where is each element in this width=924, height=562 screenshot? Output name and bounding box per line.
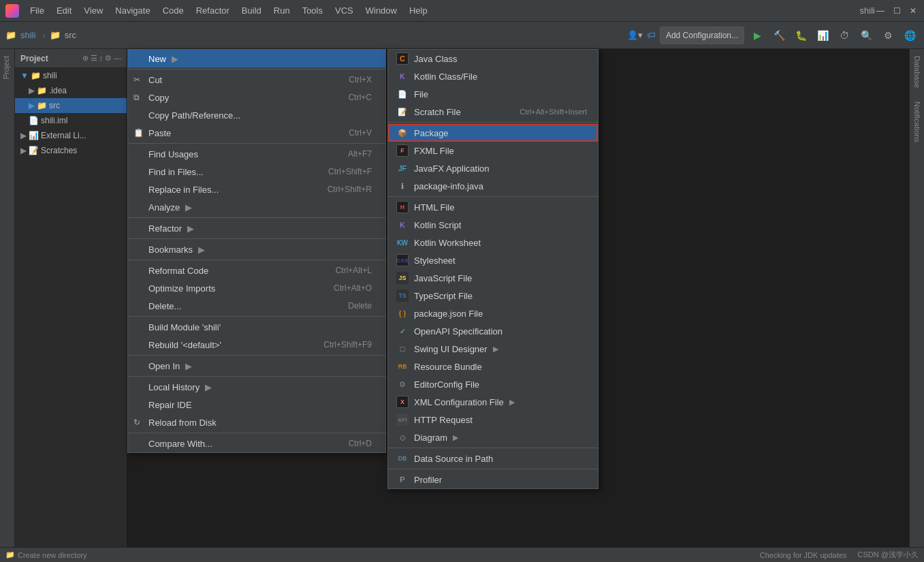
submenu-editorconfig[interactable]: ⚙ EditorConfig File [388, 375, 598, 393]
new-label: New [148, 54, 166, 64]
maximize-button[interactable]: ☐ [891, 5, 902, 16]
build-button[interactable]: 🔨 [770, 27, 788, 44]
search-button[interactable]: 🔍 [857, 27, 875, 44]
sep4 [128, 238, 385, 239]
panel-filter-btn[interactable]: ☰ [91, 54, 97, 63]
menu-window[interactable]: Window [360, 4, 402, 17]
submenu-kotlin-script[interactable]: K Kotlin Script [388, 216, 598, 234]
package-info-icon: ℹ [396, 180, 409, 192]
panel-add-btn[interactable]: ⊕ [82, 54, 89, 63]
xml-label: XML Configuration File [414, 397, 504, 407]
panel-header: Project ⊕ ☰ ↕ ⚙ — [15, 49, 127, 68]
panel-settings-btn[interactable]: ⚙ [105, 54, 112, 63]
add-config-button[interactable]: Add Configuration... [660, 27, 744, 44]
context-menu-open-in[interactable]: Open In ▶ [128, 357, 385, 375]
context-menu-cut[interactable]: ✂ Cut Ctrl+X [128, 71, 385, 89]
menu-edit[interactable]: Edit [51, 4, 77, 17]
tree-scratches[interactable]: ▶ 📝 Scratches [15, 143, 127, 158]
debug-button[interactable]: 🐛 [792, 27, 810, 44]
context-menu-compare-with[interactable]: Compare With... Ctrl+D [128, 435, 385, 452]
avatar-button[interactable]: 🌐 [901, 27, 919, 44]
context-menu-refactor[interactable]: Refactor ▶ [128, 219, 385, 237]
tree-src[interactable]: ▶ 📁 src [15, 98, 127, 113]
menu-file[interactable]: File [25, 4, 50, 17]
panel-scroll-btn[interactable]: ↕ [99, 54, 103, 63]
submenu-http[interactable]: API HTTP Request [388, 411, 598, 428]
project-tab[interactable]: Project [0, 49, 14, 86]
menu-tools[interactable]: Tools [297, 4, 328, 17]
tree-iml[interactable]: 📄 shili.iml [15, 113, 127, 128]
context-menu-rebuild[interactable]: Rebuild '<default>' Ctrl+Shift+F9 [128, 336, 385, 354]
database-tab[interactable]: Database [911, 49, 923, 95]
submenu-openapi[interactable]: ✓ OpenAPI Specification [388, 322, 598, 340]
right-edge-tabs: Database Notifications [909, 49, 924, 547]
context-menu-find-usages[interactable]: Find Usages Alt+F7 [128, 145, 385, 163]
scratch-label: Scratch File [414, 107, 461, 117]
context-menu-bookmarks[interactable]: Bookmarks ▶ [128, 240, 385, 258]
find-files-label: Find in Files... [148, 167, 204, 177]
submenu-stylesheet[interactable]: CSS Stylesheet [388, 251, 598, 269]
submenu-java-class[interactable]: C Java Class [388, 50, 598, 67]
swing-label: Swing UI Designer [414, 344, 488, 354]
menu-refactor[interactable]: Refactor [191, 4, 235, 17]
context-menu-replace-files[interactable]: Replace in Files... Ctrl+Shift+R [128, 181, 385, 198]
context-menu-copy[interactable]: ⧉ Copy Ctrl+C [128, 89, 385, 106]
submenu-package[interactable]: 📦 Package [388, 124, 598, 142]
vcs-icon[interactable]: 🏷 [647, 30, 656, 40]
context-menu-copy-path[interactable]: Copy Path/Reference... [128, 106, 385, 124]
context-menu-find-files[interactable]: Find in Files... Ctrl+Shift+F [128, 163, 385, 181]
menu-run[interactable]: Run [268, 4, 296, 17]
submenu-profiler[interactable]: P Profiler [388, 471, 598, 488]
submenu-package-json[interactable]: { } package.json File [388, 305, 598, 322]
submenu-package-info[interactable]: ℹ package-info.java [388, 177, 598, 195]
coverage-button[interactable]: 📊 [814, 27, 831, 44]
close-button[interactable]: ✕ [908, 5, 919, 16]
submenu-js-file[interactable]: JS JavaScript File [388, 269, 598, 287]
context-menu-new[interactable]: New ▶ [128, 50, 385, 67]
settings-button[interactable]: ⚙ [879, 27, 897, 44]
context-menu-repair-ide[interactable]: Repair IDE [128, 396, 385, 413]
profile-icon[interactable]: 👤▾ [627, 30, 643, 40]
submenu-swing[interactable]: □ Swing UI Designer ▶ [388, 340, 598, 358]
submenu-datasource[interactable]: DB Data Source in Path [388, 450, 598, 467]
panel-minimize-btn[interactable]: — [114, 54, 121, 63]
submenu-file[interactable]: 📄 File [388, 85, 598, 103]
profile-run-button[interactable]: ⏱ [835, 27, 853, 44]
context-menu-reload-disk[interactable]: ↻ Reload from Disk [128, 413, 385, 431]
submenu-fxml[interactable]: F FXML File [388, 142, 598, 159]
tree-root[interactable]: ▼ 📁 shili [15, 68, 127, 83]
menu-vcs[interactable]: VCS [330, 4, 359, 17]
editorconfig-label: EditorConfig File [414, 379, 479, 390]
notifications-tab[interactable]: Notifications [911, 95, 923, 149]
submenu-javafx[interactable]: JF JavaFX Application [388, 159, 598, 177]
context-menu-build-module[interactable]: Build Module 'shili' [128, 318, 385, 336]
menu-build[interactable]: Build [236, 4, 267, 17]
submenu-html[interactable]: H HTML File [388, 198, 598, 216]
tree-idea[interactable]: ▶ 📁 .idea [15, 83, 127, 98]
sep1 [128, 69, 385, 69]
package-label: Package [414, 128, 449, 138]
submenu-resource-bundle[interactable]: RB Resource Bundle [388, 358, 598, 375]
menu-help[interactable]: Help [404, 4, 433, 17]
menu-navigate[interactable]: Navigate [110, 4, 155, 17]
context-menu-paste[interactable]: 📋 Paste Ctrl+V [128, 124, 385, 142]
tree-root-label: shili [43, 71, 57, 80]
menu-view[interactable]: View [78, 4, 108, 17]
submenu-kotlin-worksheet[interactable]: KW Kotlin Worksheet [388, 234, 598, 251]
context-menu-optimize[interactable]: Optimize Imports Ctrl+Alt+O [128, 279, 385, 297]
context-menu-analyze[interactable]: Analyze ▶ [128, 198, 385, 216]
json-label: package.json File [414, 309, 483, 319]
submenu-diagram[interactable]: ◇ Diagram ▶ [388, 428, 598, 446]
tree-external-libs[interactable]: ▶ 📊 External Li... [15, 128, 127, 143]
context-menu-reformat[interactable]: Reformat Code Ctrl+Alt+L [128, 262, 385, 279]
submenu-xml-config[interactable]: X XML Configuration File ▶ [388, 393, 598, 411]
minimize-button[interactable]: — [875, 5, 886, 16]
submenu-kotlin-class[interactable]: K Kotlin Class/File [388, 67, 598, 85]
submenu-scratch-file[interactable]: 📝 Scratch File Ctrl+Alt+Shift+Insert [388, 103, 598, 121]
submenu-ts-file[interactable]: TS TypeScript File [388, 287, 598, 305]
context-menu-delete[interactable]: Delete... Delete [128, 297, 385, 315]
run-button[interactable]: ▶ [748, 27, 766, 44]
menu-code[interactable]: Code [157, 4, 189, 17]
toolbar: 📁 shili › 📁 src 👤▾ 🏷 Add Configuration..… [0, 22, 924, 49]
context-menu-local-history[interactable]: Local History ▶ [128, 378, 385, 396]
